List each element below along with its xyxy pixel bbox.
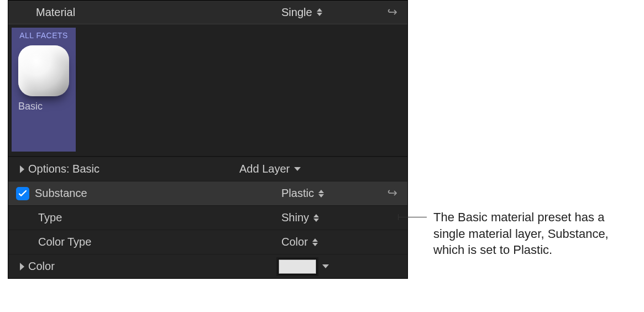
colortype-popup[interactable]: Color bbox=[281, 236, 318, 248]
color-swatch[interactable] bbox=[278, 259, 317, 274]
material-header: Material Single ↩ bbox=[8, 1, 407, 24]
add-layer-button[interactable]: Add Layer bbox=[239, 163, 301, 175]
undo-icon: ↩ bbox=[388, 6, 397, 18]
facet-mode-popup[interactable]: Single bbox=[281, 6, 322, 19]
check-icon bbox=[18, 189, 27, 198]
section-title: Material bbox=[36, 6, 75, 19]
material-preset-name: Basic bbox=[12, 101, 76, 112]
facets-label: ALL FACETS bbox=[12, 31, 76, 40]
substance-row: Substance Plastic ↩ bbox=[8, 181, 407, 205]
reset-substance-button[interactable]: ↩ bbox=[388, 187, 397, 200]
updown-icon bbox=[313, 214, 319, 222]
color-menu-chevron-icon[interactable] bbox=[322, 264, 329, 268]
material-inspector-panel: Material Single ↩ ALL FACETS Basic Optio… bbox=[8, 0, 408, 279]
reset-material-button[interactable]: ↩ bbox=[388, 6, 397, 19]
facet-mode-value: Single bbox=[281, 6, 312, 19]
type-row: Type Shiny bbox=[8, 205, 407, 230]
type-label: Type bbox=[38, 211, 62, 224]
undo-icon: ↩ bbox=[388, 187, 397, 199]
updown-icon bbox=[312, 238, 318, 246]
color-label: Color bbox=[28, 260, 55, 273]
substance-enabled-checkbox[interactable] bbox=[16, 187, 29, 200]
annotation-callout: The Basic material preset has a single m… bbox=[408, 209, 632, 258]
material-thumbnail bbox=[18, 45, 69, 96]
substance-value: Plastic bbox=[281, 187, 314, 200]
add-layer-label: Add Layer bbox=[239, 163, 290, 175]
colortype-value: Color bbox=[281, 236, 308, 248]
updown-icon bbox=[318, 190, 324, 197]
type-popup[interactable]: Shiny bbox=[281, 211, 319, 224]
chevron-down-icon bbox=[294, 167, 301, 171]
colortype-row: Color Type Color bbox=[8, 230, 407, 254]
material-preset-well: ALL FACETS Basic bbox=[8, 24, 407, 157]
material-preset-card[interactable]: ALL FACETS Basic bbox=[12, 28, 76, 152]
updown-icon bbox=[317, 8, 322, 16]
colortype-label: Color Type bbox=[38, 236, 91, 248]
annotation-text: The Basic material preset has a single m… bbox=[433, 209, 632, 258]
substance-popup[interactable]: Plastic bbox=[281, 187, 324, 200]
disclosure-icon[interactable] bbox=[16, 263, 28, 271]
options-row: Options: Basic Add Layer bbox=[8, 157, 407, 181]
color-row: Color bbox=[8, 254, 407, 278]
disclosure-icon[interactable] bbox=[16, 165, 28, 173]
type-value: Shiny bbox=[281, 211, 309, 224]
options-label: Options: Basic bbox=[28, 163, 100, 175]
substance-label: Substance bbox=[35, 187, 87, 200]
